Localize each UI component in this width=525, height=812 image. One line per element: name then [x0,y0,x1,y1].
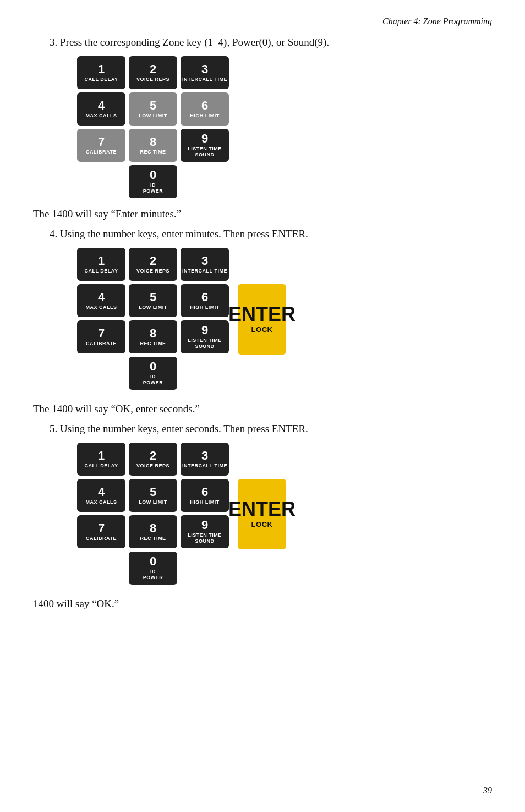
key-1-3[interactable]: 3INTERCALL TIME [181,56,229,89]
enter-button-3[interactable]: ENTER LOCK [238,479,286,549]
key-3-1[interactable]: 1CALL DELAY [77,443,125,476]
key-1-6[interactable]: 6HIGH LIMIT [181,92,229,126]
key-3-2[interactable]: 2VOICE REPS [129,443,177,476]
key-2-7[interactable]: 7CALIBRATE [77,320,125,353]
enter-button-2[interactable]: ENTER LOCK [238,284,286,355]
key-2-9[interactable]: 9LISTEN TIMESOUND [181,320,229,353]
key-1-7[interactable]: 7CALIBRATE [77,129,125,162]
keypad-3: 1CALL DELAY 2VOICE REPS 3INTERCALL TIME … [77,443,492,588]
key-3-8[interactable]: 8REC TIME [129,515,177,548]
key-2-3[interactable]: 3INTERCALL TIME [181,248,229,281]
key-3-5[interactable]: 5LOW LIMIT [129,479,177,512]
para3: 1400 will say “OK.” [33,598,492,610]
chapter-header: Chapter 4: Zone Programming [33,17,492,26]
key-3-4[interactable]: 4MAX CALLS [77,479,125,512]
key-3-3[interactable]: 3INTERCALL TIME [181,443,229,476]
para1: The 1400 will say “Enter minutes.” [33,208,492,220]
key-3-6[interactable]: 6HIGH LIMIT [181,479,229,512]
para2: The 1400 will say “OK, enter seconds.” [33,403,492,415]
step3-text: 3. Press the corresponding Zone key (1–4… [50,36,492,48]
key-2-5[interactable]: 5LOW LIMIT [129,284,177,317]
key-2-8[interactable]: 8REC TIME [129,320,177,353]
key-1-2[interactable]: 2VOICE REPS [129,56,177,89]
key-3-9[interactable]: 9LISTEN TIMESOUND [181,515,229,548]
key-1-1[interactable]: 1CALL DELAY [77,56,125,89]
key-1-9[interactable]: 9LISTEN TIMESOUND [181,129,229,162]
keypad-2: 1CALL DELAY 2VOICE REPS 3INTERCALL TIME … [77,248,492,393]
step5-text: 5. Using the number keys, enter seconds.… [50,423,492,435]
key-1-4[interactable]: 4MAX CALLS [77,92,125,126]
step4-text: 4. Using the number keys, enter minutes.… [50,228,492,240]
key-2-0[interactable]: 0IDPOWER [129,357,177,390]
key-3-7[interactable]: 7CALIBRATE [77,515,125,548]
keypad-1: 1CALL DELAY 2VOICE REPS 3INTERCALL TIME … [77,56,492,198]
key-2-2[interactable]: 2VOICE REPS [129,248,177,281]
key-1-8[interactable]: 8REC TIME [129,129,177,162]
key-2-6[interactable]: 6HIGH LIMIT [181,284,229,317]
key-2-4[interactable]: 4MAX CALLS [77,284,125,317]
key-1-0[interactable]: 0IDPOWER [129,165,177,198]
key-1-5[interactable]: 5LOW LIMIT [129,92,177,126]
key-2-1[interactable]: 1CALL DELAY [77,248,125,281]
key-3-0[interactable]: 0IDPOWER [129,552,177,585]
page-number: 39 [483,786,492,795]
